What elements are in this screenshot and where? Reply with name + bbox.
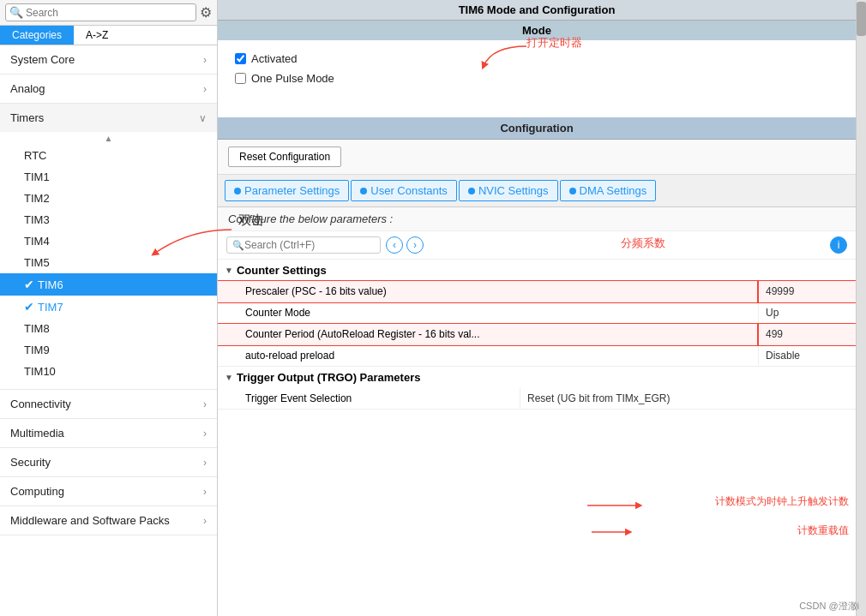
tab-nvic-settings[interactable]: NVIC Settings bbox=[459, 180, 558, 201]
scrollbar[interactable] bbox=[856, 0, 866, 616]
param-search-input[interactable] bbox=[244, 239, 356, 251]
config-body: ▼ Counter Settings Prescaler (PSC - 16 b… bbox=[218, 260, 856, 616]
param-value[interactable]: 499 bbox=[758, 324, 856, 345]
scrollbar-thumb[interactable] bbox=[857, 2, 866, 36]
main-content: TIM6 Mode and Configuration Mode 打开定时器 A… bbox=[218, 0, 856, 616]
caret-icon: ▼ bbox=[225, 373, 233, 382]
param-name: Prescaler (PSC - 16 bits value) bbox=[218, 281, 758, 302]
timer-item-rtc[interactable]: RTC bbox=[0, 145, 217, 166]
timer-item-tim9[interactable]: TIM9 bbox=[0, 339, 217, 361]
annotation-fenpinxishu: 分频系数 bbox=[621, 236, 665, 251]
reset-config-button[interactable]: Reset Configuration bbox=[228, 147, 341, 167]
chevron-down-icon: ∨ bbox=[199, 112, 207, 124]
info-button[interactable]: i bbox=[830, 236, 847, 254]
config-note: Configure the below parameters : bbox=[218, 207, 856, 231]
search-input[interactable] bbox=[26, 7, 192, 19]
sidebar-item-computing[interactable]: Computing › bbox=[0, 477, 217, 506]
sidebar-item-middleware[interactable]: Middleware and Software Packs › bbox=[0, 506, 217, 535]
config-header: Configuration bbox=[218, 117, 856, 140]
tab-user-constants[interactable]: User Constants bbox=[351, 180, 457, 201]
timers-scroll: ▲ RTC TIM1 TIM2 TIM3 TIM4 TIM5 ✔ TIM6 ✔ … bbox=[0, 132, 217, 389]
timer-item-tim10[interactable]: TIM10 bbox=[0, 361, 217, 382]
tab-categories[interactable]: Categories bbox=[0, 26, 74, 45]
timer-item-tim11[interactable]: TIM11 bbox=[0, 382, 217, 389]
sidebar-item-label: Security bbox=[10, 456, 51, 469]
table-row[interactable]: Trigger Event Selection Reset (UG bit fr… bbox=[218, 388, 856, 410]
sidebar: 🔍 ⚙ Categories A->Z System Core › Analog… bbox=[0, 0, 218, 616]
param-name: Trigger Event Selection bbox=[218, 388, 520, 410]
scroll-up-arrow[interactable]: ▲ bbox=[0, 132, 217, 145]
tab-label: Parameter Settings bbox=[244, 184, 340, 197]
sidebar-item-label: System Core bbox=[10, 53, 75, 66]
sidebar-item-connectivity[interactable]: Connectivity › bbox=[0, 390, 217, 419]
counter-settings-label: Counter Settings bbox=[237, 264, 327, 277]
tab-label: User Constants bbox=[370, 184, 448, 197]
watermark: CSDN @澄澈i bbox=[799, 600, 859, 613]
config-section: Configuration Reset Configuration Parame… bbox=[218, 117, 856, 616]
tab-row: Categories A->Z bbox=[0, 26, 217, 45]
mode-header: Mode bbox=[218, 21, 856, 40]
param-value[interactable]: Up bbox=[758, 302, 856, 324]
chevron-right-icon: › bbox=[203, 398, 207, 410]
param-value[interactable]: 49999 bbox=[758, 281, 856, 302]
search-next-button[interactable]: › bbox=[406, 236, 424, 254]
timer-item-tim5[interactable]: TIM5 bbox=[0, 252, 217, 273]
sidebar-item-analog[interactable]: Analog › bbox=[0, 75, 217, 104]
param-value[interactable]: Reset (UG bit from TIMx_EGR) bbox=[520, 388, 856, 410]
tab-az[interactable]: A->Z bbox=[74, 26, 120, 45]
chevron-right-icon: › bbox=[203, 428, 207, 440]
timers-section: Timers ∨ ▲ RTC TIM1 TIM2 TIM3 TIM4 TIM5 … bbox=[0, 104, 217, 390]
tab-dot bbox=[569, 188, 576, 194]
activated-checkbox[interactable] bbox=[235, 53, 246, 64]
table-row[interactable]: Prescaler (PSC - 16 bits value) 49999 bbox=[218, 281, 856, 302]
tab-label: DMA Settings bbox=[580, 184, 647, 197]
sidebar-item-label: Multimedia bbox=[10, 427, 64, 440]
timer-item-tim1[interactable]: TIM1 bbox=[0, 166, 217, 188]
timer-item-tim6[interactable]: ✔ TIM6 bbox=[0, 273, 217, 296]
sidebar-list: System Core › Analog › Timers ∨ ▲ RTC TI… bbox=[0, 45, 217, 616]
sidebar-item-security[interactable]: Security › bbox=[0, 448, 217, 477]
sidebar-item-label: Analog bbox=[10, 82, 45, 95]
gear-icon[interactable]: ⚙ bbox=[200, 4, 212, 21]
tab-parameter-settings[interactable]: Parameter Settings bbox=[225, 180, 349, 201]
param-name: Counter Mode bbox=[218, 302, 758, 324]
chevron-right-icon: › bbox=[203, 515, 207, 527]
sidebar-item-label: Computing bbox=[10, 485, 64, 498]
config-toolbar: Reset Configuration bbox=[218, 140, 856, 175]
tab-dot bbox=[360, 188, 367, 194]
main-title: TIM6 Mode and Configuration bbox=[218, 0, 856, 21]
table-row[interactable]: Counter Mode Up bbox=[218, 302, 856, 324]
param-search-box[interactable]: 🔍 bbox=[226, 236, 381, 254]
sidebar-item-timers[interactable]: Timers ∨ bbox=[0, 104, 217, 132]
sidebar-item-label: Middleware and Software Packs bbox=[10, 514, 170, 527]
one-pulse-label[interactable]: One Pulse Mode bbox=[251, 72, 334, 85]
check-icon: ✔ bbox=[24, 278, 34, 291]
search-icon: 🔍 bbox=[9, 6, 23, 19]
timer-item-tim4[interactable]: TIM4 bbox=[0, 230, 217, 252]
trigger-output-header[interactable]: ▼ Trigger Output (TRGO) Parameters bbox=[218, 367, 856, 388]
tab-dma-settings[interactable]: DMA Settings bbox=[560, 180, 657, 201]
sidebar-item-system-core[interactable]: System Core › bbox=[0, 45, 217, 75]
param-name: Counter Period (AutoReload Register - 16… bbox=[218, 324, 758, 345]
mode-area: 打开定时器 Activated One Pulse Mode bbox=[218, 40, 856, 117]
one-pulse-checkbox[interactable] bbox=[235, 73, 246, 84]
search-box[interactable]: 🔍 bbox=[5, 3, 196, 21]
search-prev-button[interactable]: ‹ bbox=[386, 236, 403, 254]
param-name: auto-reload preload bbox=[218, 345, 758, 367]
sidebar-item-label: Timers bbox=[10, 111, 44, 124]
search-icon: 🔍 bbox=[232, 240, 244, 251]
timer-item-tim3[interactable]: TIM3 bbox=[0, 209, 217, 230]
table-row[interactable]: auto-reload preload Disable bbox=[218, 345, 856, 367]
counter-settings-header[interactable]: ▼ Counter Settings bbox=[218, 260, 856, 281]
activated-label[interactable]: Activated bbox=[251, 52, 297, 65]
tab-dot bbox=[468, 188, 475, 194]
trigger-output-label: Trigger Output (TRGO) Parameters bbox=[237, 371, 421, 384]
param-value[interactable]: Disable bbox=[758, 345, 856, 367]
timer-item-tim2[interactable]: TIM2 bbox=[0, 188, 217, 209]
table-row[interactable]: Counter Period (AutoReload Register - 16… bbox=[218, 324, 856, 345]
sidebar-item-multimedia[interactable]: Multimedia › bbox=[0, 419, 217, 448]
search-buttons: ‹ › bbox=[386, 236, 424, 254]
timer-item-tim8[interactable]: TIM8 bbox=[0, 318, 217, 339]
timer-item-tim7[interactable]: ✔ TIM7 bbox=[0, 296, 217, 318]
chevron-right-icon: › bbox=[203, 83, 207, 95]
